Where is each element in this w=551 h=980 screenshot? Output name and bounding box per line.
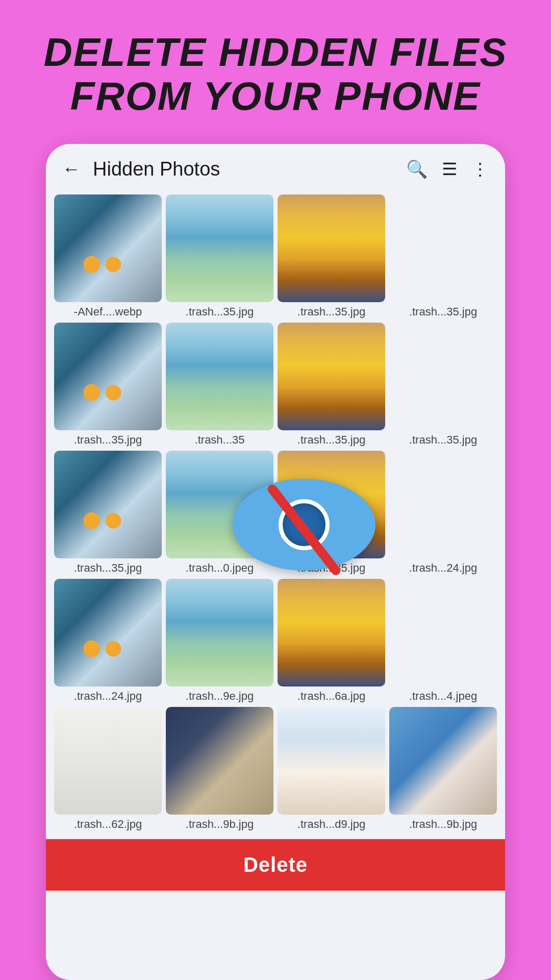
photo-filename: .trash...62.jpg bbox=[54, 818, 162, 831]
photo-filename: .trash...35.jpg bbox=[389, 305, 497, 318]
photo-filename: .trash...6a.jpg bbox=[278, 690, 385, 703]
list-item[interactable]: .trash...24.jpg bbox=[389, 451, 497, 575]
photo-filename: .trash...35.jpg bbox=[389, 433, 497, 447]
list-item[interactable]: -ANef....webp bbox=[54, 194, 162, 318]
list-item[interactable]: .trash...4.jpeg bbox=[389, 579, 497, 703]
photo-thumbnail bbox=[389, 451, 497, 558]
list-item[interactable]: .trash...35.jpg bbox=[278, 194, 385, 318]
photo-thumbnail bbox=[54, 194, 162, 302]
photo-thumbnail bbox=[166, 707, 273, 815]
photo-filename: .trash...35.jpg bbox=[278, 433, 385, 447]
photo-filename: .trash...24.jpg bbox=[389, 561, 497, 575]
photo-thumbnail bbox=[278, 579, 385, 687]
photo-filename: .trash...9b.jpg bbox=[389, 818, 497, 831]
photo-filename: .trash...24.jpg bbox=[54, 690, 162, 703]
list-item[interactable]: .trash...9b.jpg bbox=[389, 707, 497, 831]
list-item[interactable]: .trash...35.jpg bbox=[166, 194, 273, 318]
header-actions: 🔍 ☰ ⋮ bbox=[406, 159, 489, 179]
list-item[interactable]: .trash...0.jpeg bbox=[166, 451, 273, 575]
photo-filename: .trash...9e.jpg bbox=[166, 690, 273, 703]
photo-filename: .trash...35.jpg bbox=[54, 561, 162, 575]
list-item[interactable]: .trash...24.jpg bbox=[54, 579, 162, 703]
photo-thumbnail bbox=[166, 579, 273, 687]
more-icon[interactable]: ⋮ bbox=[471, 159, 489, 179]
photo-thumbnail bbox=[389, 323, 497, 430]
list-item[interactable]: .trash...35 bbox=[166, 323, 273, 447]
photo-filename: .trash...35 bbox=[166, 433, 273, 447]
photo-filename: .trash...35.jpg bbox=[54, 433, 162, 447]
photo-filename: .trash...35.jpg bbox=[278, 561, 385, 575]
photo-filename: .trash...35.jpg bbox=[166, 305, 273, 318]
delete-bar[interactable]: Delete bbox=[46, 839, 505, 891]
photo-thumbnail bbox=[166, 451, 273, 558]
app-header: ← Hidden Photos 🔍 ☰ ⋮ bbox=[46, 144, 505, 190]
photo-thumbnail bbox=[54, 579, 162, 687]
photo-thumbnail bbox=[54, 707, 162, 815]
photo-thumbnail bbox=[389, 707, 497, 815]
photo-thumbnail bbox=[278, 451, 385, 558]
photo-thumbnail bbox=[278, 323, 385, 430]
photo-thumbnail bbox=[54, 451, 162, 558]
delete-label: Delete bbox=[243, 853, 308, 876]
sort-icon[interactable]: ☰ bbox=[442, 159, 457, 179]
headline: DELETE HIDDEN FILES FROM YOUR PHONE bbox=[13, 0, 538, 144]
phone-card: ← Hidden Photos 🔍 ☰ ⋮ -ANef....webp.tras… bbox=[46, 144, 505, 980]
photo-thumbnail bbox=[166, 323, 273, 430]
photo-filename: -ANef....webp bbox=[54, 305, 162, 318]
photo-grid: -ANef....webp.trash...35.jpg.trash...35.… bbox=[46, 190, 505, 839]
screen-title: Hidden Photos bbox=[93, 158, 398, 180]
photo-thumbnail bbox=[166, 194, 273, 302]
list-item[interactable]: .trash...62.jpg bbox=[54, 707, 162, 831]
photo-thumbnail bbox=[278, 194, 385, 302]
list-item[interactable]: .trash...d9.jpg bbox=[278, 707, 385, 831]
photo-filename: .trash...9b.jpg bbox=[166, 818, 273, 831]
photo-thumbnail bbox=[389, 194, 497, 302]
photo-filename: .trash...0.jpeg bbox=[166, 561, 273, 575]
back-button[interactable]: ← bbox=[62, 158, 81, 180]
search-icon[interactable]: 🔍 bbox=[406, 159, 428, 179]
photo-filename: .trash...d9.jpg bbox=[278, 818, 385, 831]
list-item[interactable]: .trash...35.jpg bbox=[389, 194, 497, 318]
photo-filename: .trash...4.jpeg bbox=[389, 690, 497, 703]
photo-thumbnail bbox=[278, 707, 385, 815]
photo-thumbnail bbox=[389, 579, 497, 687]
photo-thumbnail bbox=[54, 323, 162, 430]
list-item[interactable]: .trash...6a.jpg bbox=[278, 579, 385, 703]
photo-filename: .trash...35.jpg bbox=[278, 305, 385, 318]
list-item[interactable]: .trash...35.jpg bbox=[278, 323, 385, 447]
list-item[interactable]: .trash...35.jpg bbox=[389, 323, 497, 447]
list-item[interactable]: .trash...9b.jpg bbox=[166, 707, 273, 831]
list-item[interactable]: .trash...9e.jpg bbox=[166, 579, 273, 703]
list-item[interactable]: .trash...35.jpg bbox=[278, 451, 385, 575]
list-item[interactable]: .trash...35.jpg bbox=[54, 323, 162, 447]
list-item[interactable]: .trash...35.jpg bbox=[54, 451, 162, 575]
